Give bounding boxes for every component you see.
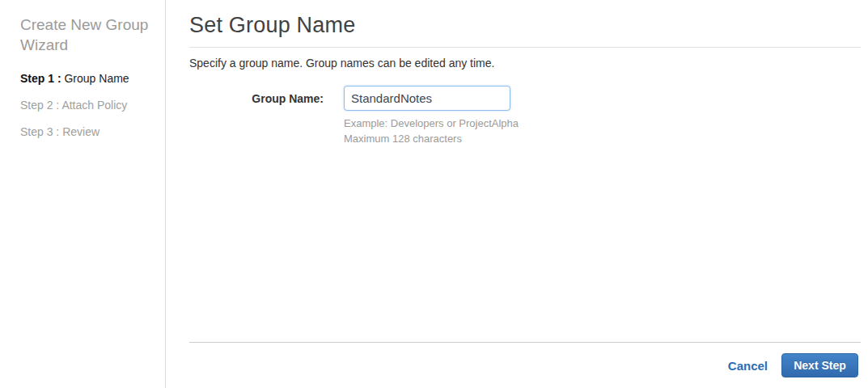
- sidebar-step-group-name: Step 1 : Group Name: [20, 73, 155, 84]
- step-1-label: Group Name: [64, 72, 129, 85]
- group-name-input[interactable]: [344, 86, 510, 111]
- step-3-label: Review: [62, 125, 100, 138]
- group-name-form-row: Group Name: Example: Developers or Proje…: [189, 86, 861, 146]
- group-name-example-hint: Example: Developers or ProjectAlpha: [344, 116, 519, 130]
- cancel-button[interactable]: Cancel: [728, 359, 768, 373]
- wizard-sidebar: Create New Group Wizard Step 1 : Group N…: [0, 0, 166, 388]
- create-group-wizard-page: Create New Group Wizard Step 1 : Group N…: [0, 0, 868, 388]
- wizard-footer: Cancel Next Step: [189, 343, 861, 388]
- content-spacer: [189, 146, 861, 342]
- wizard-title: Create New Group Wizard: [20, 15, 150, 55]
- step-1-prefix: Step 1 :: [20, 72, 61, 85]
- sidebar-step-attach-policy: Step 2 : Attach Policy: [20, 99, 155, 111]
- main-content: Set Group Name Specify a group name. Gro…: [166, 0, 868, 388]
- page-title: Set Group Name: [189, 13, 861, 38]
- group-name-label: Group Name:: [189, 86, 324, 105]
- sidebar-step-review: Step 3 : Review: [20, 126, 155, 137]
- wizard-steps: Step 1 : Group Name Step 2 : Attach Poli…: [20, 73, 155, 137]
- step-2-label: Attach Policy: [61, 99, 127, 112]
- title-divider: [189, 47, 861, 48]
- step-3-prefix: Step 3 :: [20, 125, 59, 138]
- next-step-button[interactable]: Next Step: [781, 353, 858, 377]
- group-name-field-column: Example: Developers or ProjectAlpha Maxi…: [344, 86, 519, 146]
- group-name-max-hint: Maximum 128 characters: [344, 132, 519, 146]
- step-2-prefix: Step 2 :: [20, 99, 59, 112]
- page-description: Specify a group name. Group names can be…: [189, 57, 861, 70]
